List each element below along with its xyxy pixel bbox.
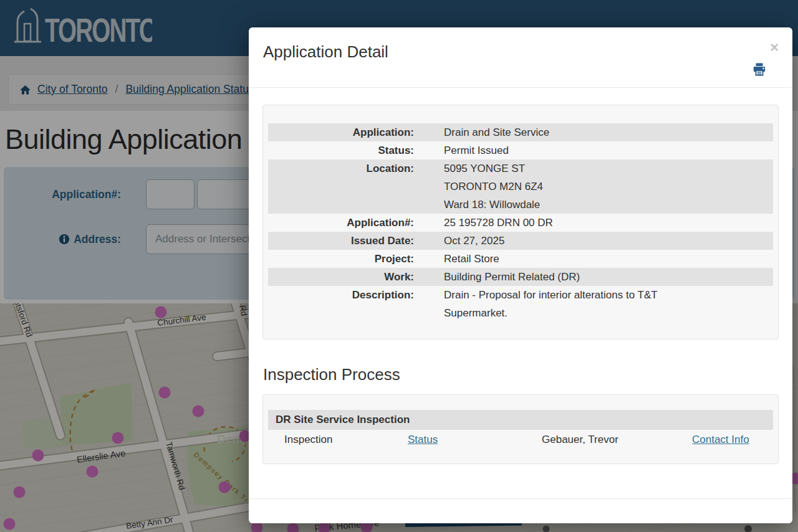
contact-info-link[interactable]: Contact Info xyxy=(692,434,749,445)
inspection-type: Inspection xyxy=(284,430,408,449)
modal-footer-divider xyxy=(249,498,792,499)
application-detail-panel: Application: Drain and Site Service Stat… xyxy=(262,105,779,340)
inspector-name: Gebauer, Trevor xyxy=(542,430,692,449)
inspection-row: Inspection Status Gebauer, Trevor Contac… xyxy=(268,430,773,449)
modal-title: Application Detail xyxy=(263,42,388,62)
inspection-panel: DR Site Service Inspection Inspection St… xyxy=(262,394,779,464)
printer-icon xyxy=(752,62,766,77)
detail-row: Issued Date: Oct 27, 2025 xyxy=(268,232,773,250)
status-link[interactable]: Status xyxy=(408,434,438,445)
print-button[interactable] xyxy=(752,62,766,78)
detail-row: Location: 5095 YONGE ST TORONTO M2N 6Z4 … xyxy=(268,159,773,214)
inspection-process-heading: Inspection Process xyxy=(263,365,400,384)
modal-header-divider xyxy=(249,87,792,88)
close-icon[interactable]: × xyxy=(770,40,779,55)
detail-row: Project: Retail Store xyxy=(268,250,773,268)
detail-row: Status: Permit Issued xyxy=(268,141,773,159)
application-detail-modal: Application Detail × Application: Drain … xyxy=(249,27,792,523)
detail-row: Application#: 25 195728 DRN 00 DR xyxy=(268,214,773,232)
page: TORONTO City of Toronto / Building Appli… xyxy=(0,0,798,532)
detail-row: Work: Building Permit Related (DR) xyxy=(268,268,773,286)
detail-row: Application: Drain and Site Service xyxy=(268,123,773,141)
detail-row: Description: Drain - Proposal for interi… xyxy=(268,286,773,322)
inspection-group-title: DR Site Service Inspection xyxy=(268,410,773,430)
